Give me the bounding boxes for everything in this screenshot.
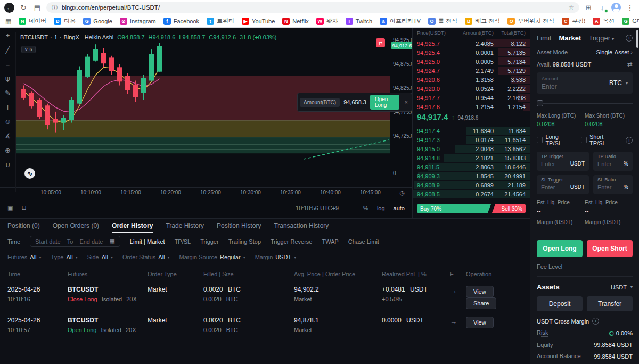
- back-button[interactable]: ←: [4, 3, 14, 13]
- bookmark-item[interactable]: t트위터: [207, 17, 234, 25]
- auto-scale-button[interactable]: auto: [394, 205, 405, 211]
- filter-side[interactable]: SideAll▾: [87, 254, 113, 260]
- chart-legend[interactable]: BTCUSDT·1·BingXHeikin AshiO94,858.7H94,9…: [20, 34, 276, 40]
- tab-trade-history[interactable]: Trade History: [166, 222, 204, 229]
- text-tool-icon[interactable]: T: [6, 104, 10, 111]
- subtab-trailing-stop[interactable]: Trailing Stop: [228, 238, 261, 245]
- orderbook-row[interactable]: 94,917.411.634011.634: [413, 126, 530, 135]
- deposit-button[interactable]: Deposit: [537, 296, 583, 311]
- short-tpsl-checkbox[interactable]: Short TP/SL: [581, 134, 619, 146]
- view-button[interactable]: View: [466, 317, 494, 328]
- bookmark-item[interactable]: GG마켓: [622, 17, 639, 25]
- filter-order-status[interactable]: Order StatusAll▾: [122, 254, 170, 260]
- slider-handle[interactable]: [537, 100, 543, 106]
- share-button[interactable]: Share: [466, 297, 496, 309]
- amount-widget-value[interactable]: 94,658.3: [343, 99, 366, 105]
- time-axis[interactable]: ◷ 10:05:0010:10:0010:15:0010:20:0010:25:…: [0, 187, 412, 197]
- fib-retracement-icon[interactable]: ≡: [6, 61, 10, 68]
- subtab-trigger-reverse[interactable]: Trigger Reverse: [271, 238, 312, 245]
- orderbook-row[interactable]: 94,917.61.21541.2154: [413, 102, 530, 111]
- bookmark-item[interactable]: A옥션: [593, 17, 615, 25]
- assets-currency-select[interactable]: USDT▾: [611, 284, 633, 291]
- subtab-limit-market[interactable]: Limit | Market: [130, 238, 165, 245]
- crosshair-icon[interactable]: +: [6, 32, 10, 39]
- tab-open-orders-0[interactable]: Open Orders (0): [53, 222, 99, 229]
- subtab-trigger[interactable]: Trigger: [200, 238, 218, 245]
- measure-icon[interactable]: ∡: [5, 133, 11, 140]
- bookmark-item[interactable]: fFacebook: [163, 18, 199, 25]
- bookmark-item[interactable]: O롤 전적: [428, 17, 457, 25]
- orderbook-row[interactable]: 94,908.90.689921.189: [413, 180, 530, 189]
- bookmark-item[interactable]: C쿠팡!: [562, 17, 585, 25]
- orderbook-row[interactable]: 94,917.70.95442.1698: [413, 93, 530, 102]
- date-range-picker[interactable]: Start date To End date ▦: [30, 236, 120, 247]
- orderbook-row[interactable]: 94,924.72.17495.7129: [413, 66, 530, 75]
- bookmark-item[interactable]: N네이버: [19, 17, 46, 25]
- bookmark-star-icon[interactable]: ☆: [568, 4, 574, 11]
- row-detail-arrow[interactable]: →: [450, 317, 466, 326]
- orderbook-row[interactable]: 94,920.00.05242.2222: [413, 84, 530, 93]
- tp-trigger-field[interactable]: TP TriggerEnterUSDT: [537, 152, 589, 171]
- emoji-tool-icon[interactable]: ☺: [4, 118, 11, 126]
- info-icon[interactable]: i: [626, 35, 633, 42]
- orderbook-row[interactable]: 94,925.40.00015.7135: [413, 48, 530, 57]
- sl-ratio-field[interactable]: SL RatioEnter%: [593, 175, 633, 194]
- tab-market[interactable]: Market: [559, 34, 581, 42]
- address-bar[interactable]: ⓘ bingx.com/en/perpetual/BTC-USDT/ ☆: [46, 2, 579, 13]
- bookmark-item[interactable]: TTwitch: [346, 18, 372, 25]
- side-panel-icon[interactable]: ▤: [32, 4, 42, 12]
- orderbook-row[interactable]: 94,909.31.854520.4991: [413, 171, 530, 180]
- tab-position-0[interactable]: Position (0): [7, 222, 40, 229]
- sl-trigger-field[interactable]: SL TriggerEnterUSDT: [537, 175, 589, 194]
- bookmark-item[interactable]: O오버워치 전적: [507, 17, 554, 25]
- open-short-button[interactable]: Open Short: [587, 240, 633, 257]
- bookmark-item[interactable]: GGoogle: [83, 18, 112, 25]
- bookmark-item[interactable]: a아프리카TV: [380, 17, 421, 25]
- info-icon[interactable]: i: [626, 137, 633, 144]
- tab-trigger[interactable]: Trigger▾: [588, 34, 614, 42]
- legend-collapsed-count[interactable]: ∨6: [21, 46, 36, 53]
- subtab-chase-limit[interactable]: Chase Limit: [348, 238, 379, 245]
- tab-position-history[interactable]: Position History: [217, 222, 261, 229]
- orderbook-row[interactable]: 94,914.82.182115.8383: [413, 153, 530, 162]
- filter-margin[interactable]: MarginUSDT▾: [255, 254, 297, 260]
- subtab-tp-sl[interactable]: TP/SL: [175, 238, 191, 245]
- downloads-icon[interactable]: ↓: [597, 4, 607, 12]
- orderbook-row[interactable]: 94,911.52.806318.6446: [413, 162, 530, 171]
- chart-clock-label[interactable]: 10:18:56 UTC+9: [296, 205, 339, 211]
- brush-icon[interactable]: ✎: [5, 89, 11, 97]
- log-scale-button[interactable]: log: [377, 205, 385, 211]
- view-button[interactable]: View: [466, 286, 494, 297]
- extensions-icon[interactable]: ⊞: [584, 4, 593, 12]
- bookmark-item[interactable]: NNetflix: [282, 18, 309, 25]
- magnet-icon[interactable]: ∪: [5, 161, 11, 169]
- page-scrollbar[interactable]: [636, 30, 638, 48]
- mid-price-row[interactable]: 94,917.4 ↑ 94,918.6: [413, 112, 530, 125]
- fee-level-label[interactable]: Fee Level: [537, 263, 633, 270]
- refresh-button[interactable]: ↻: [19, 4, 28, 12]
- open-long-button[interactable]: Open Long: [537, 240, 583, 257]
- orderbook-row[interactable]: 94,925.00.00055.7134: [413, 57, 530, 66]
- transfer-arrows-icon[interactable]: ⇄: [627, 61, 633, 68]
- panel-toggle-icon[interactable]: ▣: [7, 204, 13, 211]
- transfer-button[interactable]: Transfer: [587, 296, 633, 311]
- filter-type[interactable]: TypeAll▾: [51, 254, 78, 260]
- tab-limit[interactable]: Limit: [537, 34, 551, 42]
- row-detail-arrow[interactable]: →: [450, 286, 466, 295]
- clock-icon[interactable]: ◷: [399, 189, 405, 196]
- bookmark-item[interactable]: ⊙Instagram: [120, 18, 156, 25]
- bookmark-item[interactable]: B배그 전적: [465, 17, 500, 25]
- info-icon[interactable]: i: [592, 318, 599, 325]
- bookmark-item[interactable]: W왓챠: [316, 17, 338, 25]
- browser-menu-icon[interactable]: ⋮: [625, 4, 635, 12]
- tab-transaction-history[interactable]: Transaction History: [274, 222, 329, 229]
- filter-futures[interactable]: FuturesAll▾: [7, 254, 42, 260]
- apps-grid-icon[interactable]: ▦: [5, 18, 11, 25]
- percent-scale-button[interactable]: %: [363, 205, 368, 211]
- asset-mode-select[interactable]: Single-Asset›: [596, 49, 633, 55]
- orderbook-row[interactable]: 94,908.50.267421.4564: [413, 189, 530, 198]
- site-info-icon[interactable]: ⓘ: [52, 4, 58, 12]
- zoom-tool-icon[interactable]: ⊕: [5, 147, 11, 154]
- trend-line-icon[interactable]: ╱: [6, 46, 10, 54]
- close-icon[interactable]: ×: [403, 99, 409, 105]
